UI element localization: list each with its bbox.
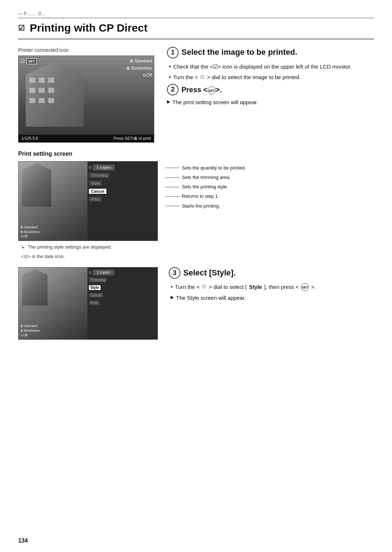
step3-box-copies: 1 copies xyxy=(93,270,114,275)
step1-heading: 1 Select the image to be printed. xyxy=(167,47,374,58)
menu-box-copies: 1 copies xyxy=(93,164,115,171)
ann-print: Starts the printing. xyxy=(165,203,246,209)
menu-borderless: ⊠ Borderless xyxy=(126,65,152,72)
print-screen-wrapper: ⊠ Standard ⊠ Borderless ⊙Off ⎙ 1 copies … xyxy=(18,161,158,241)
print-screen-sm: ⊠ Standard ⊠ Borderless ⊙Off ⎙ 1 copies … xyxy=(18,267,158,340)
step2-block: 2 Press <SET>. The print setting screen … xyxy=(167,84,374,106)
header-text: — P......... D... xyxy=(18,11,45,16)
step3-heading: 3 Select [Style]. xyxy=(169,267,374,279)
camera-print-hint: Press SET/🖶 to print xyxy=(114,136,151,141)
ann-line-5 xyxy=(165,206,180,206)
ann-copies: Sets the quantity to be printed. xyxy=(165,165,246,171)
camera-screen: ☑ SET ⊠ Standard ⊠ Borderless ⊙Off 1/125… xyxy=(18,56,154,143)
step1-title: Select the image to be printed. xyxy=(181,47,297,58)
step3-arrow-text: The Style screen will appear. xyxy=(176,294,246,302)
set-key-icon: SET xyxy=(208,86,216,94)
menu-row-trimming: Trimming xyxy=(89,172,156,179)
step1-number: 1 xyxy=(167,47,179,58)
menu-box-print: Print xyxy=(89,197,102,202)
step3-bullet-1: Turn the <⚝> dial to select [Style], the… xyxy=(171,283,374,291)
ann-line-1 xyxy=(165,168,180,168)
step1-layout: Printer connected icon ☑ SET ⊠ Standard … xyxy=(18,47,374,143)
ann-text-trimming: Sets the trimming area. xyxy=(182,174,230,181)
step3-screen-image: ⊠ Standard ⊠ Borderless ⊙Off xyxy=(19,267,87,339)
print-screen-menu: ⎙ 1 copies Trimming Style Cancel Print xyxy=(87,161,158,241)
step3-left: ⊠ Standard ⊠ Borderless ⊙Off ⎙ 1 copies … xyxy=(18,267,158,340)
building-windows xyxy=(29,78,55,105)
camera-right-menu: ⊠ Standard ⊠ Borderless ⊙Off xyxy=(126,58,152,79)
printer-connected-label: Printer connected icon xyxy=(18,47,156,54)
set-badge: SET xyxy=(26,58,37,65)
print-screen-note-1: ↳ The printing style settings are displa… xyxy=(18,244,374,250)
step3-arrow: The Style screen will appear. xyxy=(169,294,374,302)
menu-off: ⊙Off xyxy=(126,72,152,79)
menu-box-style: Style xyxy=(89,181,102,186)
ann-line-4 xyxy=(165,196,180,197)
print-setting-title: Print setting screen xyxy=(18,150,374,158)
title-text: Printing with CP Direct xyxy=(30,20,147,36)
step3-set-key: SET xyxy=(301,283,309,291)
step3-row-copies: ⎙ 1 copies xyxy=(89,270,156,275)
menu-row-cancel: Cancel xyxy=(89,188,156,195)
step3-box-print: Print xyxy=(89,300,99,305)
step1-right-panel: 1 Select the image to be printed. Check … xyxy=(167,47,374,143)
menu-box-trimming: Trimming xyxy=(89,173,110,178)
step3-box-style: Style xyxy=(89,285,101,290)
ann-text-cancel: Returns to step 1. xyxy=(182,193,219,200)
ann-style: Sets the printing style. xyxy=(165,184,246,190)
step1-bullets: Check that the <☑> icon is displayed on … xyxy=(167,63,374,81)
ann-text-copies: Sets the quantity to be printed. xyxy=(182,165,246,171)
step3-left-opt-off: ⊙Off xyxy=(20,333,40,338)
note-text-2: <⊙> is the date icon. xyxy=(21,254,65,259)
menu-row-copies: ⎙ 1 copies xyxy=(89,164,156,171)
print-left-opt-standard: ⊠ Standard xyxy=(20,225,40,230)
step2-title: Press <SET>. xyxy=(181,85,222,95)
step3-left-opt-borderless: ⊠ Borderless xyxy=(20,328,40,333)
step3-box-trimming: Trimming xyxy=(89,278,107,282)
page-number: 134 xyxy=(18,537,28,545)
step1-bullet-1: Check that the <☑> icon is displayed on … xyxy=(169,63,374,70)
print-left-opt-borderless: ⊠ Borderless xyxy=(20,230,40,234)
print-screen-container: ⊠ Standard ⊠ Borderless ⊙Off ⎙ 1 copies … xyxy=(18,161,374,241)
camera-exposure: 1/125 5.6 xyxy=(21,136,38,141)
step1-left-panel: Printer connected icon ☑ SET ⊠ Standard … xyxy=(18,47,156,143)
step3-row-style: Style xyxy=(89,285,156,291)
step3-screen-menu: ⎙ 1 copies Trimming Style Cancel Print xyxy=(87,267,158,339)
step2-number: 2 xyxy=(167,84,179,95)
print-screen-note-2: <⊙> is the date icon. xyxy=(18,253,374,260)
main-title: ☑ Printing with CP Direct xyxy=(18,20,374,40)
print-setting-section: Print setting screen ⊠ Standard ⊠ Border… xyxy=(18,150,374,260)
step3-number: 3 xyxy=(169,267,180,279)
step3-section: ⊠ Standard ⊠ Borderless ⊙Off ⎙ 1 copies … xyxy=(18,267,374,340)
step3-left-opt-standard: ⊠ Standard xyxy=(20,324,40,328)
step2-arrow: The print setting screen will appear. xyxy=(167,98,374,106)
step3-row-trimming: Trimming xyxy=(89,277,156,283)
note-text-1: The printing style settings are displaye… xyxy=(28,244,112,250)
menu-row-style: Style xyxy=(89,180,156,187)
step3-box-cancel: Cancel xyxy=(89,293,103,298)
ann-text-print: Starts the printing. xyxy=(182,203,220,209)
step3-row-cancel: Cancel xyxy=(89,292,156,298)
step3-row-print: Print xyxy=(89,300,156,306)
ann-line-2 xyxy=(165,177,180,178)
menu-box-cancel: Cancel xyxy=(89,189,106,194)
print-left-opt-off: ⊙Off xyxy=(20,234,40,239)
ann-text-style: Sets the printing style. xyxy=(182,184,228,190)
step2-heading: 2 Press <SET>. xyxy=(167,84,374,95)
menu-row-print: Print xyxy=(89,196,156,203)
print-screen-image: ⊠ Standard ⊠ Borderless ⊙Off xyxy=(19,161,87,241)
page-header: — P......... D... xyxy=(18,11,374,18)
ann-cancel: Returns to step 1. xyxy=(165,193,246,200)
title-icon: ☑ xyxy=(18,23,25,33)
ann-trimming: Sets the trimming area. xyxy=(165,174,246,181)
camera-bottom-bar: 1/125 5.6 Press SET/🖶 to print xyxy=(19,135,154,142)
ann-line-3 xyxy=(165,187,180,187)
step2-arrow-text: The print setting screen will appear. xyxy=(172,98,258,106)
menu-standard: ⊠ Standard xyxy=(126,58,152,65)
step3-right: 3 Select [Style]. Turn the <⚝> dial to s… xyxy=(169,267,374,340)
step3-bullets: Turn the <⚝> dial to select [Style], the… xyxy=(169,283,374,291)
step3-title: Select [Style]. xyxy=(183,267,236,279)
camera-overlay-icons: ☑ SET xyxy=(20,58,37,65)
print-screen: ⊠ Standard ⊠ Borderless ⊙Off ⎙ 1 copies … xyxy=(18,161,158,241)
step1-bullet-2: Turn the <⚝> dial to select the image to… xyxy=(169,73,374,81)
